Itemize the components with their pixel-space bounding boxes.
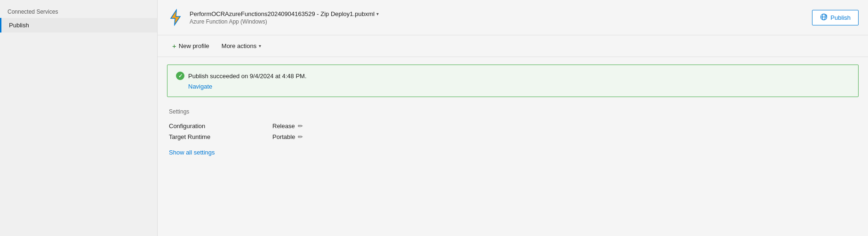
new-profile-button[interactable]: + New profile — [167, 39, 215, 53]
configuration-edit-icon[interactable]: ✏ — [298, 122, 303, 130]
profile-name-row[interactable]: PerformOCRAzureFunctions20240904163529 -… — [190, 10, 812, 17]
sidebar: Connected Services Publish — [0, 0, 158, 236]
publish-button-icon — [820, 13, 828, 22]
settings-row-configuration: Configuration Release ✏ — [169, 121, 857, 131]
settings-section: Settings Configuration Release ✏ Target … — [167, 108, 859, 156]
settings-title: Settings — [169, 108, 857, 115]
toolbar-row: + New profile More actions ▾ — [158, 35, 868, 57]
profile-info: PerformOCRAzureFunctions20240904163529 -… — [190, 10, 812, 25]
configuration-value-container: Release ✏ — [272, 122, 303, 130]
more-actions-button[interactable]: More actions ▾ — [216, 40, 266, 52]
azure-functions-icon — [167, 9, 184, 26]
profile-name-text: PerformOCRAzureFunctions20240904163529 -… — [190, 10, 374, 17]
main-panel: PerformOCRAzureFunctions20240904163529 -… — [158, 0, 868, 236]
profile-subtitle: Azure Function App (Windows) — [190, 18, 812, 25]
chevron-down-icon: ▾ — [259, 43, 261, 49]
more-actions-label: More actions — [222, 42, 256, 49]
publish-button-label: Publish — [830, 14, 851, 21]
profile-dropdown-arrow[interactable]: ▾ — [376, 11, 379, 16]
runtime-label: Target Runtime — [169, 133, 272, 140]
sidebar-section-label: Connected Services — [0, 5, 157, 18]
publish-header-button[interactable]: Publish — [812, 10, 859, 25]
runtime-value-container: Portable ✏ — [272, 133, 303, 140]
notification-box: Publish succeeded on 9/4/2024 at 4:48 PM… — [167, 65, 859, 97]
notification-header: Publish succeeded on 9/4/2024 at 4:48 PM… — [176, 72, 850, 80]
configuration-value: Release — [272, 122, 295, 130]
show-all-settings-link[interactable]: Show all settings — [169, 149, 215, 156]
settings-row-runtime: Target Runtime Portable ✏ — [169, 131, 857, 142]
success-icon — [176, 72, 184, 80]
runtime-value: Portable — [272, 133, 295, 140]
plus-icon: + — [172, 42, 176, 50]
header-bar: PerformOCRAzureFunctions20240904163529 -… — [158, 0, 868, 35]
content-area: Publish succeeded on 9/4/2024 at 4:48 PM… — [158, 57, 868, 236]
svg-marker-0 — [171, 10, 180, 25]
configuration-label: Configuration — [169, 122, 272, 130]
runtime-edit-icon[interactable]: ✏ — [298, 133, 303, 140]
navigate-link[interactable]: Navigate — [188, 83, 850, 90]
sidebar-item-label: Publish — [9, 22, 29, 29]
sidebar-item-publish[interactable]: Publish — [0, 18, 157, 33]
notification-message: Publish succeeded on 9/4/2024 at 4:48 PM… — [188, 73, 307, 80]
new-profile-label: New profile — [179, 42, 209, 49]
